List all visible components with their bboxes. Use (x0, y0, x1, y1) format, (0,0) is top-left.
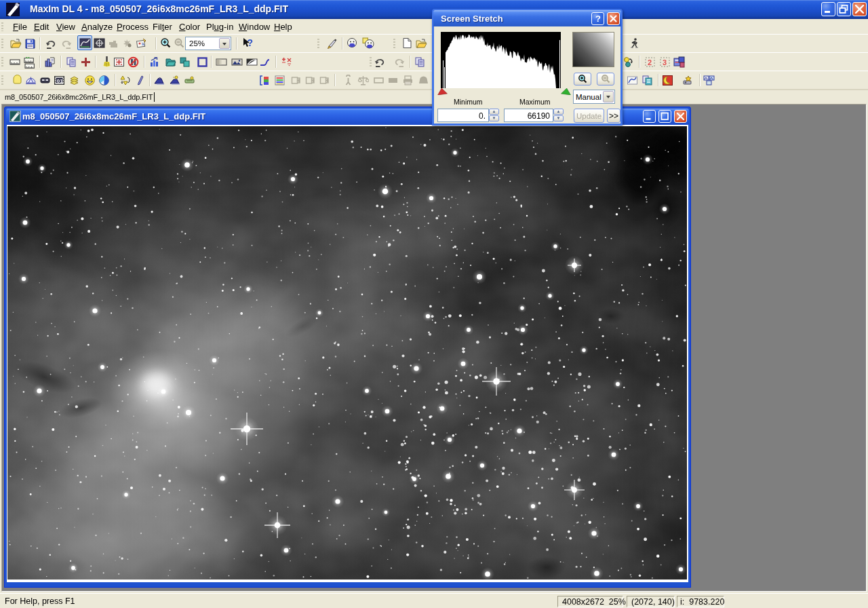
svg-text:?: ? (595, 14, 601, 24)
svg-text:2: 2 (648, 58, 652, 66)
svg-text:01: 01 (57, 78, 63, 84)
svg-text:?: ? (248, 37, 254, 48)
svg-text:3: 3 (663, 58, 667, 66)
